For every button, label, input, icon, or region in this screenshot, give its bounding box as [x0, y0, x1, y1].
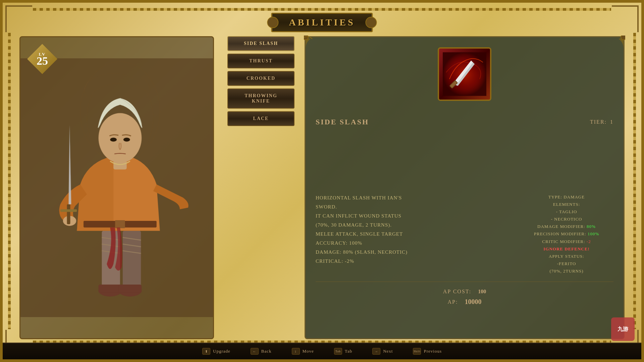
stat-critic-modifier-label: CRITIC MODIFIER: — [542, 239, 585, 244]
border-top — [33, 8, 611, 11]
previous-label: Previous — [424, 349, 442, 354]
desc-line-3: IT CAN INFLICT WOUND STATUS — [316, 212, 506, 221]
tier-section: TIER: 1 — [590, 119, 613, 125]
character-background — [20, 37, 213, 338]
svg-rect-17 — [67, 204, 70, 224]
toolbar-previous[interactable]: Shift Previous — [413, 348, 442, 355]
previous-icon: Shift — [413, 348, 421, 355]
ap-section: AP COST: 100 — [316, 282, 613, 295]
stat-apply-status: APPLY STATUS: — [520, 253, 613, 260]
desc-line-8: CRITICAL: -2% — [316, 257, 506, 266]
desc-line-4: (70%, 30 DAMAGE, 2 TURNS). — [316, 221, 506, 230]
ap-total-section: AP: 10000 — [316, 296, 613, 306]
svg-point-20 — [110, 138, 117, 142]
back-label: Back — [261, 349, 272, 354]
corner-tr — [612, 5, 639, 32]
corner-tl — [5, 5, 32, 32]
ability-name: SIDE SLASH — [316, 118, 369, 126]
watermark: 九游 — [611, 317, 635, 341]
ability-btn-crooked[interactable]: CROOKED — [227, 71, 294, 86]
ability-btn-lace[interactable]: LACE — [227, 111, 294, 126]
ap-total-row: AP: 10000 — [448, 298, 482, 306]
character-panel: LV 25 — [19, 36, 214, 339]
title-banner: ABILITIES — [271, 13, 373, 32]
svg-rect-18 — [60, 209, 77, 212]
svg-point-25 — [621, 36, 625, 40]
ap-cost-value: 100 — [478, 289, 486, 295]
ability-icon-container — [438, 47, 491, 101]
stat-element1: - TAGLIO — [520, 208, 613, 216]
upgrade-label: Upgrade — [213, 349, 230, 354]
stat-status2: (70%, 2TURNS) — [520, 267, 613, 275]
stat-precision-modifier-value: 100% — [588, 231, 599, 236]
toolbar-back[interactable]: ← Back — [251, 348, 272, 355]
tab-icon: Tab — [334, 348, 342, 355]
toolbar-move[interactable]: ↕ Move — [292, 348, 314, 355]
ap-label: AP: — [448, 299, 458, 305]
move-icon: ↕ — [292, 348, 300, 355]
svg-point-24 — [304, 36, 308, 40]
svg-point-21 — [123, 138, 130, 142]
ap-cost-row: AP COST: 100 — [443, 289, 486, 295]
svg-rect-15 — [115, 220, 125, 228]
level-number: 25 — [37, 55, 48, 67]
upgrade-icon: ⬆ — [202, 348, 210, 355]
stat-precision-modifier-label: PRECISION MODIFIER: — [534, 231, 586, 236]
ap-cost-label: AP COST: — [443, 289, 471, 295]
border-left — [8, 33, 11, 329]
svg-rect-13 — [118, 285, 142, 293]
move-label: Move — [303, 349, 314, 354]
ability-btn-side-slash[interactable]: SIDE SLASH — [227, 36, 294, 51]
stat-elements: ELEMENTS: — [520, 201, 613, 208]
bottom-toolbar: ⬆ Upgrade ← Back ↕ Move Tab Tab → Next S… — [3, 343, 641, 359]
description-left: HORIZONTAL SLASH WITH IAN'S SWORD. IT CA… — [316, 193, 506, 275]
tier-label: TIER: — [590, 119, 607, 125]
ability-detail-panel: SIDE SLASH TIER: 1 HORIZONTAL SLASH WITH… — [305, 36, 625, 339]
stat-damage-modifier-label: DAMAGE MODIFIER: — [537, 224, 585, 229]
toolbar-upgrade[interactable]: ⬆ Upgrade — [202, 348, 230, 355]
desc-line-6: ACCURACY: 100% — [316, 239, 506, 248]
desc-line-5: MELEE ATTACK, SINGLE TARGET — [316, 230, 506, 239]
desc-line-7: DAMAGE: 80% (SLASH, NECROTIC) — [316, 248, 506, 257]
stat-precision-modifier-row: PRECISION MODIFIER: 100% — [520, 230, 613, 238]
stat-ignore-defence: IGNORE DEFENCE! — [520, 245, 613, 253]
next-icon: → — [372, 348, 380, 355]
toolbar-tab[interactable]: Tab Tab — [334, 348, 352, 355]
toolbar-next[interactable]: → Next — [372, 348, 393, 355]
stat-critic-modifier-row: CRITIC MODIFIER: -2 — [520, 238, 613, 245]
ability-btn-thrust[interactable]: THRUST — [227, 54, 294, 68]
ability-name-section: SIDE SLASH TIER: 1 — [316, 118, 613, 126]
stat-type: TYPE: DAMAGE — [520, 193, 613, 201]
outer-frame: ABILITIES — [0, 0, 644, 362]
back-icon: ← — [251, 348, 259, 355]
next-label: Next — [383, 349, 393, 354]
stat-status1: -FERITO — [520, 260, 613, 267]
abilities-list: SIDE SLASH THRUST CROOKED THROWING KNIFE… — [227, 36, 294, 126]
ability-icon-box — [438, 47, 491, 101]
stat-damage-modifier-row: DAMAGE MODIFIER: 80% — [520, 223, 613, 230]
svg-rect-11 — [99, 285, 122, 293]
ability-btn-throwing-knife[interactable]: THROWING KNIFE — [227, 88, 294, 109]
page-title: ABILITIES — [289, 17, 355, 27]
tab-label: Tab — [345, 349, 352, 354]
stat-critic-modifier-value: -2 — [587, 239, 591, 244]
details-section: HORIZONTAL SLASH WITH IAN'S SWORD. IT CA… — [316, 193, 613, 275]
ap-value: 10000 — [465, 298, 481, 306]
description-right: TYPE: DAMAGE ELEMENTS: - TAGLIO - NECROT… — [520, 193, 613, 275]
tier-value: 1 — [610, 119, 613, 125]
desc-line-1: HORIZONTAL SLASH WITH IAN'S — [316, 193, 506, 202]
desc-line-2: SWORD. — [316, 202, 506, 212]
border-right — [633, 33, 636, 329]
stat-element2: - NECROTICO — [520, 216, 613, 223]
stat-damage-modifier-value: 80% — [587, 224, 596, 229]
title-box: ABILITIES — [271, 13, 373, 32]
